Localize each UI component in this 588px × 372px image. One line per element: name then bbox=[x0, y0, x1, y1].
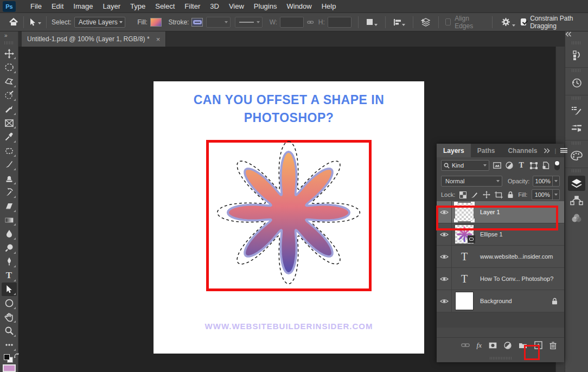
layer-thumbnail[interactable] bbox=[455, 292, 474, 310]
link-layers-button[interactable] bbox=[461, 343, 470, 348]
remove-tool[interactable] bbox=[2, 102, 17, 116]
lock-all-icon[interactable] bbox=[507, 191, 514, 198]
filter-pixel-icon[interactable] bbox=[493, 162, 501, 169]
menu-edit[interactable]: Edit bbox=[47, 0, 68, 13]
lock-artboard-icon[interactable] bbox=[495, 191, 503, 198]
visibility-toggle[interactable] bbox=[437, 290, 452, 312]
blend-mode-dropdown[interactable]: Normal bbox=[441, 176, 502, 187]
fill-value-dropdown[interactable]: 100% bbox=[532, 189, 560, 200]
healing-brush-tool[interactable] bbox=[2, 144, 17, 158]
zoom-tool[interactable] bbox=[2, 324, 17, 338]
lock-position-icon[interactable] bbox=[483, 191, 490, 198]
panel-icon-paths[interactable] bbox=[568, 193, 585, 208]
layer-row-layer1[interactable]: Layer 1 bbox=[437, 201, 564, 223]
visibility-toggle[interactable] bbox=[437, 223, 452, 245]
filter-toggle-switch[interactable] bbox=[554, 161, 560, 170]
layer-name[interactable]: How To Conv... Photoshop? bbox=[480, 275, 553, 282]
dock-collapse-button[interactable] bbox=[565, 31, 588, 40]
path-selection-tool[interactable] bbox=[2, 283, 17, 297]
layer-name[interactable]: Layer 1 bbox=[480, 209, 500, 215]
stroke-width-dropdown[interactable] bbox=[206, 17, 231, 28]
menu-help[interactable]: Help bbox=[317, 0, 341, 13]
menu-view[interactable]: View bbox=[224, 0, 249, 13]
visibility-toggle[interactable] bbox=[437, 201, 452, 223]
menu-window[interactable]: Window bbox=[282, 0, 316, 13]
lasso-tool[interactable] bbox=[2, 74, 17, 88]
layer-row-heading-text[interactable]: T How To Conv... Photoshop? bbox=[437, 268, 564, 290]
menu-plugins[interactable]: Plugins bbox=[249, 0, 282, 13]
menu-type[interactable]: Type bbox=[125, 0, 150, 13]
eyedropper-tool[interactable] bbox=[2, 130, 17, 144]
path-alignment-button[interactable] bbox=[392, 17, 406, 27]
new-layer-button[interactable] bbox=[534, 341, 542, 349]
toolbar-collapse-button[interactable]: » bbox=[0, 31, 18, 40]
text-layer-thumbnail[interactable]: T bbox=[455, 270, 474, 288]
layer-filter-dropdown[interactable]: Kind bbox=[441, 160, 489, 171]
panel-resize-grip[interactable] bbox=[490, 357, 512, 360]
panel-icon-actions[interactable] bbox=[568, 48, 585, 63]
layer-row-url-text[interactable]: T www.websiteb...insider.com bbox=[437, 246, 564, 268]
link-dimensions-icon[interactable] bbox=[307, 20, 314, 25]
swap-colors-icon[interactable] bbox=[14, 353, 20, 358]
marquee-tool[interactable] bbox=[2, 60, 17, 74]
layer-thumbnail[interactable] bbox=[455, 203, 474, 221]
panel-icon-layers[interactable] bbox=[568, 176, 585, 191]
clone-stamp-tool[interactable] bbox=[2, 171, 17, 185]
brush-tool[interactable] bbox=[2, 158, 17, 172]
tab-channels[interactable]: Channels bbox=[501, 144, 544, 157]
layer-mask-button[interactable] bbox=[489, 342, 497, 349]
layer-name[interactable]: Background bbox=[480, 298, 512, 304]
expand-panel-icon[interactable] bbox=[544, 148, 550, 153]
object-selection-tool[interactable] bbox=[2, 88, 17, 102]
dodge-tool[interactable] bbox=[2, 241, 17, 255]
filter-type-icon[interactable]: T bbox=[517, 161, 526, 170]
frame-tool[interactable] bbox=[2, 116, 17, 130]
layer-name[interactable]: Ellipse 1 bbox=[480, 231, 503, 238]
new-group-button[interactable] bbox=[519, 342, 527, 349]
select-mode-dropdown[interactable]: Active Layers bbox=[74, 17, 125, 28]
gradient-tool[interactable] bbox=[2, 213, 17, 227]
filter-shape-icon[interactable] bbox=[529, 162, 538, 169]
layer-style-button[interactable]: fx bbox=[477, 341, 482, 350]
layer-name[interactable]: www.websiteb...insider.com bbox=[480, 253, 553, 260]
stroke-swatch[interactable] bbox=[191, 18, 203, 27]
default-colors-control[interactable] bbox=[4, 353, 15, 363]
adjustment-layer-button[interactable] bbox=[504, 342, 512, 349]
pen-tool[interactable] bbox=[2, 255, 17, 269]
eraser-tool[interactable] bbox=[2, 199, 17, 213]
tab-layers[interactable]: Layers bbox=[437, 144, 471, 157]
document-canvas[interactable]: CAN YOU OFFSET A SHAPE IN PHOTOSHOP? WWW… bbox=[154, 81, 424, 354]
current-tool-button[interactable] bbox=[28, 17, 42, 28]
visibility-toggle[interactable] bbox=[437, 246, 452, 267]
menu-filter[interactable]: Filter bbox=[180, 0, 205, 13]
tool-options-button[interactable] bbox=[500, 16, 516, 28]
tab-paths[interactable]: Paths bbox=[471, 144, 502, 157]
height-input[interactable] bbox=[328, 17, 351, 28]
filter-adjustment-icon[interactable] bbox=[505, 162, 514, 169]
layer-row-background[interactable]: Background bbox=[437, 290, 564, 312]
panel-icon-history[interactable] bbox=[568, 75, 585, 91]
type-tool[interactable]: T bbox=[2, 268, 17, 283]
lock-paint-icon[interactable] bbox=[471, 191, 478, 198]
document-tab[interactable]: Untitled-1.psd @ 100% (Layer 1, RGB/8) *… bbox=[22, 31, 166, 47]
menu-image[interactable]: Image bbox=[68, 0, 98, 13]
edit-toolbar-button[interactable] bbox=[2, 338, 17, 352]
fill-swatch[interactable] bbox=[150, 18, 162, 27]
panel-icon-channels[interactable] bbox=[568, 210, 585, 226]
layer-row-ellipse1[interactable]: Ellipse 1 bbox=[437, 223, 564, 246]
width-input[interactable] bbox=[280, 17, 304, 28]
move-tool[interactable] bbox=[2, 47, 17, 61]
text-layer-thumbnail[interactable]: T bbox=[455, 247, 474, 266]
delete-layer-button[interactable] bbox=[549, 342, 557, 349]
hand-tool[interactable] bbox=[2, 310, 17, 324]
panel-icon-brush-settings[interactable] bbox=[568, 103, 585, 118]
panel-icon-brushes[interactable] bbox=[568, 120, 585, 136]
stroke-type-dropdown[interactable] bbox=[235, 17, 263, 28]
blur-tool[interactable] bbox=[2, 227, 17, 241]
path-arrangement-button[interactable] bbox=[420, 17, 432, 28]
home-button[interactable] bbox=[8, 17, 20, 28]
visibility-toggle[interactable] bbox=[437, 268, 452, 290]
filter-smart-object-icon[interactable] bbox=[541, 162, 550, 169]
lock-transparency-icon[interactable] bbox=[459, 191, 466, 198]
menu-3d[interactable]: 3D bbox=[205, 0, 224, 13]
